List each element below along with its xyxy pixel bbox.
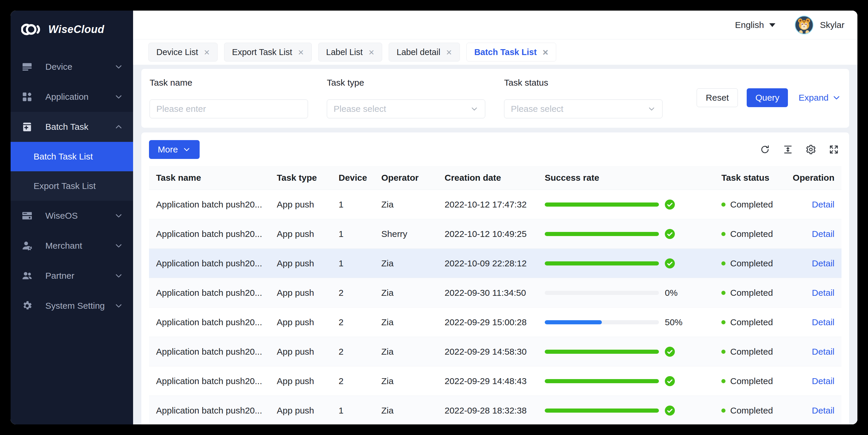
sidebar-item-merchant[interactable]: Merchant: [10, 231, 133, 261]
progress-percent: 0%: [665, 288, 678, 298]
cell-task-status: Completed: [714, 288, 780, 298]
progress-fill: [545, 408, 659, 413]
status-text: Completed: [730, 288, 773, 298]
tab-label: Label List: [326, 48, 363, 57]
table-row[interactable]: Application batch push20...App push1Sher…: [149, 219, 841, 249]
task-name-input[interactable]: [150, 99, 308, 118]
progress-bar: [545, 379, 659, 383]
more-button[interactable]: More: [149, 140, 199, 159]
table-row[interactable]: Application batch push20...App push2Zia2…: [149, 278, 841, 308]
cell-task-name: Application batch push20...: [149, 376, 270, 386]
status-text: Completed: [730, 347, 773, 357]
tab-label-list[interactable]: Label List×: [318, 43, 382, 62]
progress-bar: [545, 408, 659, 413]
task-type-select[interactable]: Please select: [327, 99, 485, 118]
refresh-icon[interactable]: [760, 144, 770, 155]
cell-success-rate: [538, 347, 714, 357]
detail-link[interactable]: Detail: [812, 288, 834, 298]
sidebar-item-system-setting[interactable]: System Setting: [10, 291, 133, 321]
reset-button[interactable]: Reset: [696, 88, 738, 107]
table-row[interactable]: Application batch push20...App push2Zia2…: [149, 337, 841, 366]
query-button[interactable]: Query: [747, 88, 788, 107]
detail-link[interactable]: Detail: [812, 376, 834, 386]
task-status-label: Task status: [504, 77, 662, 88]
sidebar-item-wiseos[interactable]: WiseOS: [10, 201, 133, 231]
system-setting-icon: [21, 300, 33, 312]
cell-success-rate: [538, 376, 714, 386]
close-icon[interactable]: ×: [446, 48, 452, 57]
expand-toggle[interactable]: Expand: [799, 93, 841, 103]
settings-icon[interactable]: [806, 144, 816, 155]
progress-bar: [545, 320, 659, 324]
status-badge: Completed: [721, 406, 774, 415]
close-icon[interactable]: ×: [542, 48, 548, 57]
close-icon[interactable]: ×: [369, 48, 374, 57]
detail-link[interactable]: Detail: [812, 317, 834, 327]
task-status-field: Task status Please select: [504, 77, 662, 118]
tab-batch-task-list[interactable]: Batch Task List×: [466, 43, 556, 62]
status-text: Completed: [730, 258, 773, 269]
sidebar: WiseCloud DeviceApplicationBatch TaskBat…: [10, 10, 133, 425]
cell-operation: Detail: [780, 376, 841, 386]
chevron-down-icon: [114, 271, 123, 280]
task-status-select[interactable]: Please select: [504, 99, 662, 118]
progress-fill: [545, 203, 659, 207]
detail-link[interactable]: Detail: [812, 229, 834, 239]
tab-label-detail[interactable]: Label detail×: [389, 43, 460, 62]
status-text: Completed: [730, 406, 773, 415]
detail-link[interactable]: Detail: [812, 258, 834, 269]
sidebar-item-application[interactable]: Application: [10, 82, 133, 112]
cell-task-type: App push: [270, 258, 332, 269]
app-window: WiseCloud DeviceApplicationBatch TaskBat…: [10, 10, 858, 425]
table-row[interactable]: Application batch push20...App push1Zia2…: [149, 190, 841, 219]
cell-operator: Zia: [374, 288, 437, 298]
fullscreen-icon[interactable]: [829, 144, 839, 155]
table-row[interactable]: Application batch push20...App push2Zia2…: [149, 366, 841, 396]
sidebar-item-label: Merchant: [45, 241, 114, 251]
sidebar-item-export-task-list[interactable]: Export Task List: [10, 171, 133, 201]
cell-device: 2: [332, 376, 374, 386]
detail-link[interactable]: Detail: [812, 199, 834, 210]
progress-bar: [545, 232, 659, 236]
cell-task-name: Application batch push20...: [149, 347, 270, 357]
language-selector[interactable]: English: [735, 20, 776, 30]
status-badge: Completed: [721, 347, 774, 357]
cell-operator: Zia: [374, 347, 437, 357]
expand-label: Expand: [799, 93, 829, 103]
cell-creation-date: 2022-09-29 14:58:30: [437, 347, 538, 357]
cell-operator: Zia: [374, 376, 437, 386]
table-row[interactable]: Application batch push20...App push1Zia2…: [149, 249, 841, 278]
column-header-success-rate: Success rate: [538, 173, 714, 183]
cell-task-name: Application batch push20...: [149, 317, 270, 327]
avatar[interactable]: [795, 15, 813, 34]
column-height-icon[interactable]: [783, 144, 793, 155]
chevron-up-icon: [114, 122, 123, 131]
detail-link[interactable]: Detail: [812, 347, 834, 357]
sidebar-item-device[interactable]: Device: [10, 52, 133, 82]
tab-device-list[interactable]: Device List×: [148, 43, 218, 62]
progress: [545, 347, 707, 357]
tab-label: Label detail: [397, 48, 440, 57]
tab-export-task-list[interactable]: Export Task List×: [224, 43, 311, 62]
table-row[interactable]: Application batch push20...App push1Zia2…: [149, 396, 841, 425]
sidebar-item-batch-task[interactable]: Batch Task: [10, 112, 133, 142]
status-badge: Completed: [721, 258, 774, 269]
task-type-label: Task type: [327, 77, 485, 88]
sidebar-item-partner[interactable]: Partner: [10, 261, 133, 291]
cell-device: 2: [332, 347, 374, 357]
filter-panel: Task name Task type Please select: [141, 69, 849, 128]
chevron-down-icon: [114, 92, 123, 101]
cell-task-type: App push: [270, 376, 332, 386]
progress-bar: [545, 350, 659, 354]
detail-link[interactable]: Detail: [812, 406, 834, 415]
table-body: Application batch push20...App push1Zia2…: [149, 190, 841, 425]
cell-creation-date: 2022-10-12 17:47:32: [437, 199, 538, 210]
cell-success-rate: 0%: [538, 288, 714, 298]
wisecloud-logo-icon: [21, 23, 41, 36]
close-icon[interactable]: ×: [298, 48, 304, 57]
close-icon[interactable]: ×: [204, 48, 210, 57]
sidebar-item-batch-task-list[interactable]: Batch Task List: [10, 142, 133, 171]
table-row[interactable]: Application batch push20...App push2Zia2…: [149, 308, 841, 337]
cell-operation: Detail: [780, 229, 841, 239]
cell-task-type: App push: [270, 317, 332, 327]
